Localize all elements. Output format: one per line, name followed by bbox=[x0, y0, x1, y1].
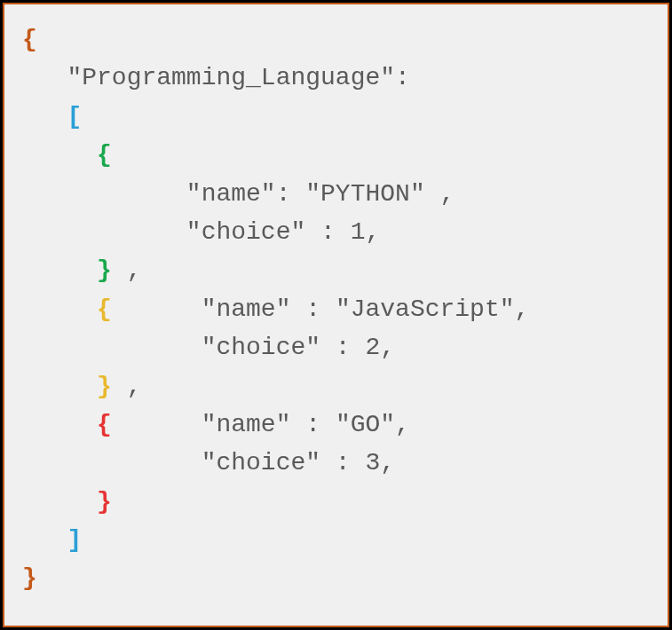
obj2-choice-line: "choice" : 2, bbox=[186, 334, 395, 361]
obj1-choice-line: "choice" : 1, bbox=[186, 218, 380, 246]
obj3-brace-close: } bbox=[97, 488, 112, 516]
obj3-brace-open: { bbox=[97, 411, 112, 438]
obj2-brace-open: { bbox=[97, 295, 112, 323]
array-bracket-open: [ bbox=[67, 103, 82, 130]
obj1-brace-open: { bbox=[97, 141, 112, 169]
code-snippet-box: { "Programming_Language": [ { "name": "P… bbox=[3, 3, 669, 627]
obj2-comma: , bbox=[112, 373, 142, 400]
obj1-brace-close: } bbox=[97, 256, 112, 284]
obj2-name-line: "name" : "JavaScript", bbox=[202, 295, 530, 323]
obj2-brace-close: } bbox=[97, 373, 112, 400]
obj1-comma: , bbox=[112, 256, 142, 284]
obj3-name-line: "name" : "GO", bbox=[202, 411, 410, 438]
array-bracket-close: ] bbox=[67, 526, 82, 554]
outer-brace-close: } bbox=[22, 564, 37, 592]
obj1-name-line: "name": "PYTHON" , bbox=[186, 180, 455, 208]
outer-brace-open: { bbox=[22, 26, 37, 53]
obj3-choice-line: "choice" : 3, bbox=[186, 449, 395, 476]
key-programming-language: "Programming_Language": bbox=[67, 64, 409, 91]
